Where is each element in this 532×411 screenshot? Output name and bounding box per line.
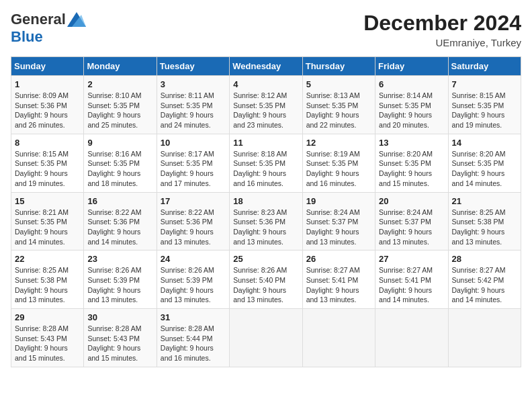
sunrise-text: Sunrise: 8:25 AM (15, 266, 69, 274)
sunset-text: Sunset: 5:42 PM (452, 276, 504, 284)
day-number: 11 (233, 138, 298, 148)
daylight-text: Daylight: 9 hours and 13 minutes. (161, 286, 214, 304)
sunrise-text: Sunrise: 8:10 AM (87, 91, 141, 99)
calendar-week-row: 8 Sunrise: 8:15 AM Sunset: 5:35 PM Dayli… (11, 134, 521, 192)
calendar-cell: 21 Sunrise: 8:25 AM Sunset: 5:38 PM Dayl… (448, 192, 521, 250)
day-number: 18 (233, 196, 298, 206)
daylight-text: Daylight: 9 hours and 13 minutes. (306, 286, 359, 304)
day-detail: Sunrise: 8:28 AM Sunset: 5:44 PM Dayligh… (161, 324, 226, 363)
daylight-text: Daylight: 9 hours and 13 minutes. (87, 286, 140, 304)
calendar-cell: 30 Sunrise: 8:28 AM Sunset: 5:43 PM Dayl… (84, 309, 157, 367)
calendar-cell: 14 Sunrise: 8:20 AM Sunset: 5:35 PM Dayl… (448, 134, 521, 192)
sunset-text: Sunset: 5:35 PM (379, 101, 431, 109)
sunset-text: Sunset: 5:36 PM (87, 218, 140, 226)
day-detail: Sunrise: 8:18 AM Sunset: 5:35 PM Dayligh… (233, 149, 298, 189)
day-number: 6 (379, 79, 444, 89)
calendar-table: SundayMondayTuesdayWednesdayThursdayFrid… (11, 56, 521, 367)
sunrise-text: Sunrise: 8:26 AM (161, 266, 214, 274)
page-header: General Blue December 2024 UEmraniye, Tu… (11, 11, 521, 48)
calendar-cell: 16 Sunrise: 8:22 AM Sunset: 5:36 PM Dayl… (84, 192, 157, 250)
sunset-text: Sunset: 5:38 PM (452, 218, 504, 226)
calendar-cell: 17 Sunrise: 8:22 AM Sunset: 5:36 PM Dayl… (157, 192, 229, 250)
day-detail: Sunrise: 8:11 AM Sunset: 5:35 PM Dayligh… (161, 91, 226, 130)
day-number: 15 (15, 196, 80, 206)
day-detail: Sunrise: 8:26 AM Sunset: 5:40 PM Dayligh… (233, 265, 298, 305)
calendar-cell: 20 Sunrise: 8:24 AM Sunset: 5:37 PM Dayl… (375, 192, 448, 250)
sunset-text: Sunset: 5:35 PM (87, 101, 140, 109)
day-number: 7 (452, 79, 517, 89)
sunrise-text: Sunrise: 8:26 AM (87, 266, 141, 274)
daylight-text: Daylight: 9 hours and 14 minutes. (15, 228, 68, 246)
sunset-text: Sunset: 5:35 PM (15, 218, 67, 226)
daylight-text: Daylight: 9 hours and 18 minutes. (87, 169, 140, 187)
calendar-cell: 25 Sunrise: 8:26 AM Sunset: 5:40 PM Dayl… (230, 250, 302, 309)
daylight-text: Daylight: 9 hours and 13 minutes. (233, 286, 286, 304)
sunset-text: Sunset: 5:41 PM (379, 276, 431, 284)
calendar-cell: 29 Sunrise: 8:28 AM Sunset: 5:43 PM Dayl… (11, 309, 84, 367)
title-block: December 2024 UEmraniye, Turkey (363, 11, 521, 48)
day-detail: Sunrise: 8:17 AM Sunset: 5:35 PM Dayligh… (161, 149, 226, 189)
calendar-cell (302, 309, 375, 367)
day-detail: Sunrise: 8:25 AM Sunset: 5:38 PM Dayligh… (15, 265, 80, 305)
calendar-week-row: 29 Sunrise: 8:28 AM Sunset: 5:43 PM Dayl… (11, 309, 521, 367)
day-of-week-thursday: Thursday (302, 57, 375, 76)
sunrise-text: Sunrise: 8:28 AM (87, 324, 141, 332)
day-number: 22 (15, 254, 80, 264)
sunset-text: Sunset: 5:38 PM (15, 276, 67, 284)
calendar-cell: 11 Sunrise: 8:18 AM Sunset: 5:35 PM Dayl… (230, 134, 302, 192)
sunrise-text: Sunrise: 8:27 AM (379, 266, 433, 274)
day-detail: Sunrise: 8:22 AM Sunset: 5:36 PM Dayligh… (161, 208, 226, 247)
sunset-text: Sunset: 5:39 PM (87, 276, 140, 284)
sunrise-text: Sunrise: 8:24 AM (379, 208, 433, 216)
sunrise-text: Sunrise: 8:17 AM (161, 150, 214, 158)
sunset-text: Sunset: 5:39 PM (161, 276, 213, 284)
daylight-text: Daylight: 9 hours and 20 minutes. (379, 111, 432, 129)
day-detail: Sunrise: 8:27 AM Sunset: 5:42 PM Dayligh… (452, 265, 517, 305)
calendar-week-row: 22 Sunrise: 8:25 AM Sunset: 5:38 PM Dayl… (11, 250, 521, 309)
sunrise-text: Sunrise: 8:15 AM (452, 91, 506, 99)
sunset-text: Sunset: 5:35 PM (87, 159, 140, 167)
daylight-text: Daylight: 9 hours and 13 minutes. (15, 286, 68, 304)
daylight-text: Daylight: 9 hours and 13 minutes. (306, 228, 359, 246)
day-number: 5 (306, 79, 371, 89)
day-detail: Sunrise: 8:19 AM Sunset: 5:35 PM Dayligh… (306, 149, 371, 189)
sunrise-text: Sunrise: 8:16 AM (87, 150, 141, 158)
logo-icon (67, 12, 86, 27)
calendar-cell: 31 Sunrise: 8:28 AM Sunset: 5:44 PM Dayl… (157, 309, 229, 367)
sunset-text: Sunset: 5:35 PM (161, 159, 213, 167)
logo-general-text: General (11, 11, 66, 28)
calendar-cell: 23 Sunrise: 8:26 AM Sunset: 5:39 PM Dayl… (84, 250, 157, 309)
sunset-text: Sunset: 5:36 PM (233, 218, 285, 226)
day-detail: Sunrise: 8:25 AM Sunset: 5:38 PM Dayligh… (452, 208, 517, 247)
sunrise-text: Sunrise: 8:11 AM (161, 91, 214, 99)
day-number: 9 (87, 138, 152, 148)
day-of-week-tuesday: Tuesday (157, 57, 229, 76)
day-number: 21 (452, 196, 517, 206)
calendar-cell: 2 Sunrise: 8:10 AM Sunset: 5:35 PM Dayli… (84, 76, 157, 134)
day-number: 31 (161, 312, 226, 322)
daylight-text: Daylight: 9 hours and 19 minutes. (15, 169, 68, 187)
daylight-text: Daylight: 9 hours and 19 minutes. (452, 111, 505, 129)
day-number: 2 (87, 79, 152, 89)
day-number: 20 (379, 196, 444, 206)
daylight-text: Daylight: 9 hours and 15 minutes. (379, 169, 432, 187)
day-detail: Sunrise: 8:23 AM Sunset: 5:36 PM Dayligh… (233, 208, 298, 247)
daylight-text: Daylight: 9 hours and 22 minutes. (306, 111, 359, 129)
calendar-cell: 5 Sunrise: 8:13 AM Sunset: 5:35 PM Dayli… (302, 76, 375, 134)
sunset-text: Sunset: 5:35 PM (306, 159, 359, 167)
day-number: 19 (306, 196, 371, 206)
sunrise-text: Sunrise: 8:21 AM (15, 208, 69, 216)
day-of-week-sunday: Sunday (11, 57, 84, 76)
day-detail: Sunrise: 8:20 AM Sunset: 5:35 PM Dayligh… (452, 149, 517, 189)
day-number: 3 (161, 79, 226, 89)
day-number: 26 (306, 254, 371, 264)
day-detail: Sunrise: 8:15 AM Sunset: 5:35 PM Dayligh… (452, 91, 517, 130)
daylight-text: Daylight: 9 hours and 17 minutes. (161, 169, 214, 187)
sunset-text: Sunset: 5:35 PM (452, 159, 504, 167)
calendar-cell (448, 309, 521, 367)
daylight-text: Daylight: 9 hours and 14 minutes. (452, 286, 505, 304)
daylight-text: Daylight: 9 hours and 23 minutes. (233, 111, 286, 129)
calendar-cell: 22 Sunrise: 8:25 AM Sunset: 5:38 PM Dayl… (11, 250, 84, 309)
daylight-text: Daylight: 9 hours and 15 minutes. (87, 344, 140, 362)
calendar-cell: 7 Sunrise: 8:15 AM Sunset: 5:35 PM Dayli… (448, 76, 521, 134)
